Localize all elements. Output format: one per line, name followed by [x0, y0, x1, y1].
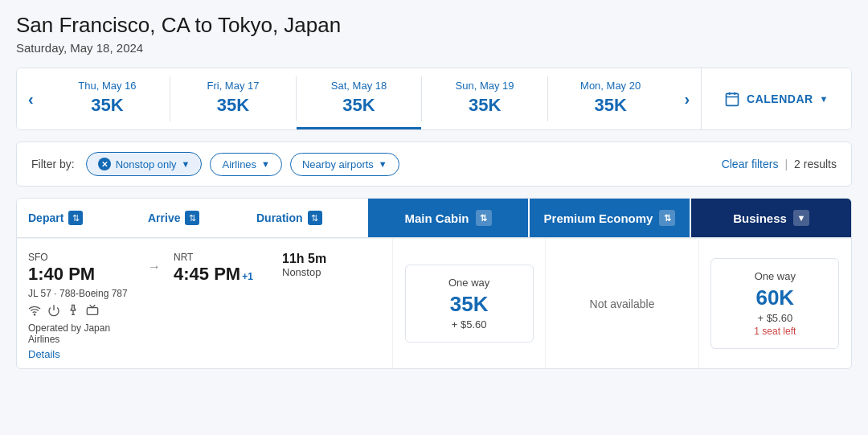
- flight-duration: 11h 5m: [282, 252, 386, 266]
- filter-airlines-label: Airlines: [222, 158, 256, 170]
- power-icon: [47, 304, 60, 319]
- calendar-icon: [724, 91, 740, 107]
- svg-rect-7: [87, 308, 97, 315]
- airlines-chevron-icon: ▼: [261, 159, 270, 169]
- flight-arrow-icon: →: [148, 260, 161, 368]
- clear-filters-button[interactable]: Clear filters: [722, 158, 779, 170]
- calendar-button[interactable]: CALENDAR ▼: [701, 68, 851, 129]
- main-cabin-cash: + $5.60: [422, 318, 517, 330]
- filter-chip-nearby[interactable]: Nearby airports ▼: [290, 153, 399, 176]
- business-price-cell: One way 60K + $5.60 1 seat left: [698, 239, 851, 368]
- flight-stop: Nonstop: [282, 266, 386, 278]
- business-sort-icon[interactable]: ▼: [793, 210, 809, 226]
- flight-code: JL 57 · 788-Boeing 787: [28, 288, 130, 299]
- usb-icon: [67, 304, 80, 319]
- flight-details-link[interactable]: Details: [28, 348, 60, 360]
- date-item-1[interactable]: Fri, May 17 35K: [170, 68, 296, 129]
- business-way: One way: [727, 270, 822, 282]
- calendar-label: CALENDAR: [747, 92, 813, 105]
- filter-right: Clear filters | 2 results: [722, 158, 837, 170]
- svg-point-4: [34, 314, 35, 315]
- main-cabin-sort-icon[interactable]: ⇅: [476, 210, 492, 226]
- date-item-0[interactable]: Thu, May 16 35K: [45, 68, 170, 129]
- results-count: 2 results: [794, 158, 837, 170]
- tv-icon: [86, 304, 99, 319]
- arrive-time-sup: +1: [242, 271, 253, 282]
- table-row: SFO 1:40 PM JL 57 · 788-Boeing 787: [17, 238, 851, 368]
- business-points: 60K: [727, 285, 822, 310]
- filter-chip-nonstop[interactable]: ✕ Nonstop only ▼: [86, 152, 203, 176]
- premium-economy-unavailable: Not available: [590, 298, 655, 310]
- flight-depart-cell: SFO 1:40 PM JL 57 · 788-Boeing 787: [17, 239, 141, 368]
- depart-col-header[interactable]: Depart: [17, 201, 141, 235]
- svg-rect-0: [727, 93, 739, 105]
- close-nonstop-icon[interactable]: ✕: [98, 158, 111, 170]
- depart-sort-icon[interactable]: [68, 211, 83, 225]
- date-item-2[interactable]: Sat, May 18 35K: [297, 68, 422, 129]
- filter-nearby-label: Nearby airports: [302, 158, 374, 170]
- page-title: San Francisco, CA to Tokyo, Japan: [16, 13, 852, 38]
- date-item-3[interactable]: Sun, May 19 35K: [422, 68, 547, 129]
- arrive-time: 4:45 PM+1: [174, 264, 269, 285]
- depart-airport: SFO: [28, 252, 130, 263]
- premium-economy-header[interactable]: Premium Economy ⇅: [530, 199, 690, 237]
- date-items: Thu, May 16 35K Fri, May 17 35K Sat, May…: [45, 68, 674, 129]
- main-cabin-points: 35K: [422, 292, 517, 317]
- premium-economy-label: Premium Economy: [544, 211, 653, 225]
- filter-divider: |: [784, 158, 788, 170]
- filter-bar: Filter by: ✕ Nonstop only ▼ Airlines ▼ N…: [16, 142, 852, 187]
- wifi-icon: [28, 304, 41, 319]
- arrive-airport: NRT: [174, 252, 269, 263]
- flight-amenities: [28, 304, 130, 319]
- results-table: Depart Arrive Duration Main Cabin ⇅ Prem…: [16, 198, 852, 369]
- business-cash: + $5.60: [727, 312, 822, 324]
- business-label: Business: [733, 211, 787, 225]
- page-subtitle: Saturday, May 18, 2024: [16, 41, 852, 55]
- arrive-col-header[interactable]: Arrive: [141, 201, 250, 235]
- flight-aircraft: 788-Boeing 787: [59, 288, 128, 299]
- main-cabin-label: Main Cabin: [404, 211, 469, 225]
- flight-duration-cell: 11h 5m Nonstop: [276, 239, 392, 368]
- calendar-chevron-icon: ▼: [820, 94, 829, 104]
- duration-col-header[interactable]: Duration: [250, 201, 366, 235]
- main-cabin-price-cell: One way 35K + $5.60: [392, 239, 545, 368]
- date-item-4[interactable]: Mon, May 20 35K: [548, 68, 674, 129]
- nonstop-chevron-icon: ▼: [182, 159, 190, 169]
- business-header[interactable]: Business ▼: [691, 199, 851, 237]
- filter-chip-airlines[interactable]: Airlines ▼: [210, 153, 282, 176]
- premium-economy-sort-icon[interactable]: ⇅: [659, 210, 675, 226]
- premium-economy-price-cell: Not available: [545, 239, 698, 368]
- next-date-button[interactable]: ›: [673, 68, 701, 129]
- duration-sort-icon[interactable]: [308, 211, 322, 225]
- business-seat-left: 1 seat left: [727, 326, 822, 337]
- depart-time: 1:40 PM: [28, 264, 130, 285]
- main-cabin-price-card[interactable]: One way 35K + $5.60: [405, 265, 534, 343]
- business-price-card[interactable]: One way 60K + $5.60 1 seat left: [710, 258, 839, 349]
- prev-date-button[interactable]: ‹: [17, 68, 45, 129]
- main-cabin-way: One way: [422, 277, 517, 289]
- filter-label: Filter by:: [31, 158, 75, 170]
- filter-nonstop-label: Nonstop only: [116, 158, 177, 170]
- flight-operated: Operated by Japan Airlines: [28, 322, 130, 345]
- arrive-sort-icon[interactable]: [185, 211, 199, 225]
- results-header: Depart Arrive Duration Main Cabin ⇅ Prem…: [17, 199, 851, 238]
- flight-arrive-cell: NRT 4:45 PM+1: [167, 239, 276, 368]
- nearby-chevron-icon: ▼: [379, 159, 387, 169]
- date-selector-bar: ‹ Thu, May 16 35K Fri, May 17 35K Sat, M…: [16, 68, 852, 130]
- main-cabin-header[interactable]: Main Cabin ⇅: [368, 199, 528, 237]
